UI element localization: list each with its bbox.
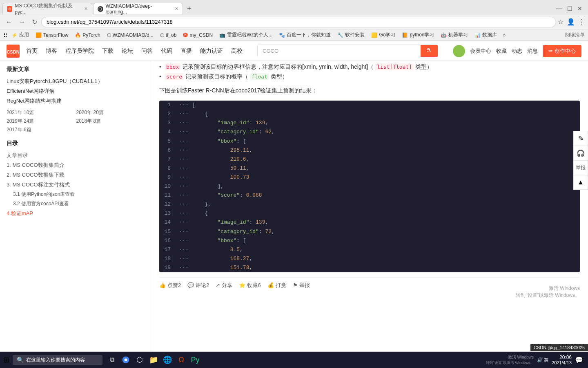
tab-2[interactable]: ⬡ WZMIAOMIAO/deep-learning... ✕ (93, 3, 183, 14)
collect-link[interactable]: 收藏 (496, 47, 507, 55)
line-num-15: 15 (159, 227, 176, 236)
tab1-title: MS COCO数据集介绍以及pyc... (15, 2, 81, 15)
maximize-btn[interactable]: ☐ (567, 5, 572, 12)
code-line-9: 9 ··· 100.73 (159, 173, 580, 182)
bookmark-python[interactable]: 📙python学习 (399, 31, 437, 39)
code-line-15: 15 ··· "category_id": 72, (159, 227, 580, 236)
dynamic-link[interactable]: 动态 (512, 47, 522, 55)
bookmark-software[interactable]: 🔧软件安装 (335, 31, 367, 39)
toc-item-2[interactable]: 2. MS COCO数据集下载 (7, 170, 144, 180)
new-tab-button[interactable]: + (184, 4, 195, 13)
csdn-logo[interactable]: CSDN (7, 45, 20, 58)
taskbar-explorer[interactable]: 📁 (147, 354, 160, 366)
taskbar-github[interactable]: ⬡ (134, 354, 146, 366)
nav-academy[interactable]: 程序员学院 (65, 47, 94, 55)
windows-icon[interactable]: ⊞ (3, 356, 9, 364)
profile-icon[interactable]: 👤 (567, 18, 575, 26)
line-num-11: 11 (159, 191, 176, 200)
toc-article-title[interactable]: 文章目录 (7, 150, 144, 160)
bookmark-db[interactable]: 📊数据库 (472, 31, 499, 39)
recent-post-1[interactable]: Linux安装Pytorch1.8GPU（CUDA11.1） (7, 76, 144, 86)
toc-item-4[interactable]: 4.验证mAP (7, 209, 144, 218)
toc-item-3[interactable]: 3. MS COCO标注文件格式 (7, 180, 144, 190)
close-btn[interactable]: ✕ (577, 5, 582, 12)
bookmark-tensorflow[interactable]: 🟧TensorFlow (33, 31, 71, 39)
user-avatar[interactable] (453, 45, 465, 57)
tab-1[interactable]: C MS COCO数据集介绍以及pyc... ✕ (2, 3, 92, 14)
bookmark-go[interactable]: 🟨Go学习 (369, 31, 398, 39)
reading-list-btn[interactable]: 阅读清单 (565, 31, 585, 38)
message-link[interactable]: 消息 (527, 47, 538, 55)
taskbar-chrome[interactable] (120, 354, 132, 366)
like-button[interactable]: 👍 点赞2 (159, 282, 181, 289)
system-tray: 🔊 英 (537, 357, 548, 363)
bookmark-star-icon[interactable]: ☆ (558, 18, 564, 26)
bookmark-pytorch[interactable]: 🔥PyTorch (72, 31, 102, 39)
back-button[interactable]: ← (3, 18, 15, 27)
refresh-button[interactable]: ↻ (29, 17, 40, 27)
line-num-9: 9 (159, 173, 176, 182)
taskbar-search[interactable]: 🔍 在这里输入你要搜索的内容 (13, 355, 102, 365)
reward-button[interactable]: 💰 打赏 (267, 282, 286, 289)
taskbar-icons: ⧉ ⬡ 📁 🌐 Ω Py (102, 354, 205, 366)
taskbar-wolfram[interactable]: Ω (175, 354, 187, 366)
score-desc: 记录预测该目标的概率（ (185, 73, 248, 80)
notification-btn[interactable]: 💬 (575, 356, 583, 364)
edit-panel-btn[interactable]: ✎ (573, 131, 588, 146)
more-bookmarks-btn[interactable]: » (503, 32, 506, 38)
nav-blog[interactable]: 博客 (46, 47, 57, 55)
sidebar: 最新文章 Linux安装Pytorch1.8GPU（CUDA11.1） Effi… (0, 61, 151, 368)
taskbar-task-view[interactable]: ⧉ (106, 354, 118, 366)
share-button[interactable]: ↗ 分享 (216, 282, 232, 289)
report-button[interactable]: ⚑ 举报 (293, 282, 310, 289)
tab1-close[interactable]: ✕ (84, 6, 88, 11)
windows-start-area: ⊞ (0, 355, 13, 364)
comment-button[interactable]: 💬 评论2 (187, 282, 209, 289)
like-label: 点赞2 (167, 282, 181, 289)
bookmark-baidu[interactable]: 🐾百度一下，你就知道 (276, 31, 333, 39)
toc-item-3-2[interactable]: 3.2 使用官方cocoAPI查看 (7, 199, 144, 209)
bookmark-ml[interactable]: 🤖机器学习 (438, 31, 470, 39)
nav-school[interactable]: 高校 (231, 47, 243, 55)
toc-item-3-1[interactable]: 3.1 使用Python的json库查看 (7, 190, 144, 199)
minimize-btn[interactable]: — (556, 5, 562, 12)
search-area[interactable] (257, 45, 438, 57)
svg-text:CSDN: CSDN (7, 49, 19, 54)
search-input[interactable] (258, 45, 421, 56)
create-button[interactable]: ✏ 创作中心 (543, 45, 581, 57)
bookmark-thunder[interactable]: 📺雷霆吧啦Wz的个人... (217, 31, 275, 39)
nav-code[interactable]: 代码 (161, 47, 172, 55)
forward-button[interactable]: → (16, 18, 28, 27)
taskbar-edge[interactable]: 🌐 (161, 354, 174, 366)
nav-forum[interactable]: 论坛 (122, 47, 133, 55)
member-center-link[interactable]: 会员中心 (470, 47, 491, 55)
taskbar-pycharm[interactable]: Py (189, 354, 201, 366)
bookmark-mycsdn[interactable]: 🅜my_CSDN (180, 31, 215, 39)
code-line-17: 17 ··· 8.5, (159, 245, 580, 254)
scroll-top-btn[interactable]: ▲ (573, 175, 588, 190)
search-button[interactable] (421, 45, 438, 57)
bookmark-wzmiaomiao[interactable]: ⬡WZMIAOMIAO/d... (105, 31, 156, 39)
reward-icon: 💰 (267, 282, 274, 288)
code-line-8: 8 ··· 59.11, (159, 164, 580, 173)
report-panel-btn[interactable]: 举报 (573, 160, 588, 175)
bookmark-tfob[interactable]: ⬡tf_ob (158, 31, 179, 39)
code-line-12: 12 ··· }, (159, 200, 580, 209)
nav-live[interactable]: 直播 (180, 47, 192, 55)
audio-panel-btn[interactable]: 🎧 (573, 146, 588, 160)
nav-download[interactable]: 下载 (102, 47, 114, 55)
nav-qa[interactable]: 问答 (141, 47, 153, 55)
nav-home[interactable]: 首页 (26, 47, 38, 55)
menu-icon[interactable]: ⋮ (578, 18, 585, 26)
recent-post-3[interactable]: RegNet网络结构与搭建 (7, 96, 144, 106)
toc-item-1[interactable]: 1. MS COCO数据集简介 (7, 160, 144, 170)
collect-button[interactable]: ⭐ 收藏6 (239, 282, 261, 289)
line-dots-4: ··· (176, 128, 192, 137)
bookmarks-apps-icon[interactable]: ⠿ (3, 32, 7, 38)
bookmark-apps[interactable]: ⚡应用 (9, 31, 31, 39)
line-num-8: 8 (159, 164, 176, 173)
tab2-close[interactable]: ✕ (175, 6, 178, 11)
address-bar[interactable] (41, 17, 556, 27)
nav-cert[interactable]: 能力认证 (200, 47, 223, 55)
recent-post-2[interactable]: EfficientNet网络详解 (7, 86, 144, 96)
